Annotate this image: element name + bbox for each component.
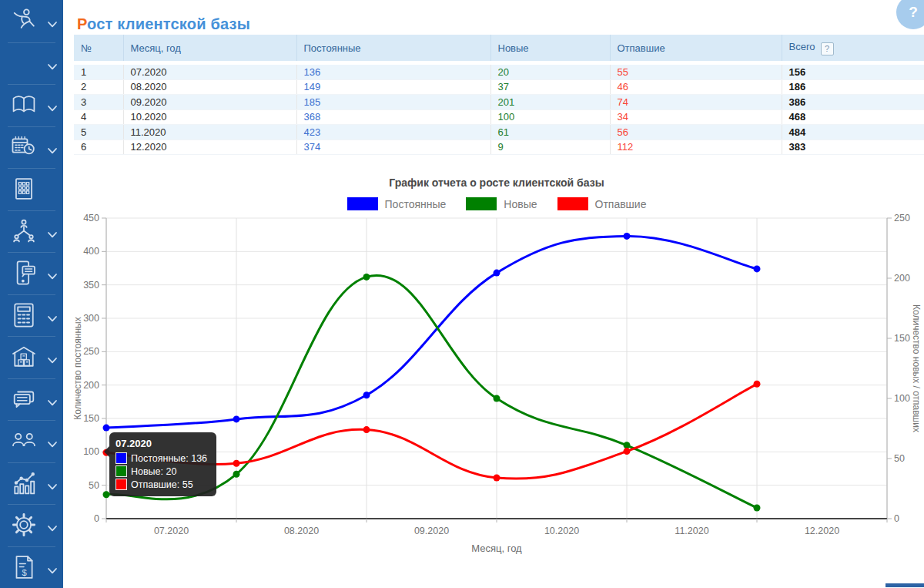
chevron-down-icon [47,270,58,277]
svg-text:0: 0 [894,513,899,524]
column-header-2: Постоянные [296,35,490,63]
data-point[interactable] [754,505,761,512]
cell-total: 484 [782,125,924,140]
sidebar-item-gear[interactable] [0,504,63,546]
svg-text:50: 50 [894,453,905,464]
chevron-down-icon [47,143,58,150]
data-point[interactable] [494,270,500,277]
data-point[interactable] [624,448,631,455]
total-help-icon[interactable]: ? [821,42,834,55]
svg-text:200: 200 [894,273,910,284]
cell-month: 10.2020 [123,109,296,125]
y-axis-title-left: Количество постоянных [72,317,83,419]
data-point[interactable] [233,415,240,422]
legend-item[interactable]: Новые [466,197,537,210]
cell-month: 11.2020 [123,125,296,140]
svg-text:07.2020: 07.2020 [154,526,189,536]
chart-title: График отчета о росте клиентской базы [106,176,887,189]
chevron-down-icon [47,522,58,529]
data-point[interactable] [363,426,370,433]
table-row: 410.202036810034468 [74,109,924,125]
legend-item[interactable]: Отпавшие [557,197,647,210]
sidebar-item-warehouse[interactable] [0,336,63,378]
cell-total: 156 [782,63,924,80]
chevron-down-icon [47,395,58,402]
data-point[interactable] [363,274,370,281]
data-point[interactable] [754,265,761,272]
sidebar: $ [0,0,63,588]
data-point[interactable] [624,442,631,449]
invoice-icon: $ [9,553,38,582]
data-point[interactable] [103,425,110,432]
sidebar-item-stats-chart[interactable] [0,462,63,505]
column-header-0: № [74,35,123,63]
tooltip-swatch [116,452,127,464]
table-row: 208.20201493746186 [74,79,924,95]
warehouse-icon [9,342,38,371]
cell-lost: 56 [610,125,782,140]
data-point[interactable] [363,391,370,398]
sidebar-item-person-figure[interactable] [0,0,63,42]
cell-total: 383 [782,139,924,155]
chat-messages-icon [9,385,38,414]
cell-regular: 185 [296,95,490,110]
cell-month: 08.2020 [123,79,296,95]
cell-regular: 374 [296,139,490,155]
chart-legend: ПостоянныеНовыеОтпавшие [106,197,887,210]
sidebar-item-calendar-clock[interactable] [0,126,63,169]
horizontal-scrollbar-thumb[interactable] [886,583,924,587]
data-point[interactable] [754,381,761,388]
tooltip-swatch [116,479,127,490]
legend-item[interactable]: Постоянные [347,197,447,210]
cell-num: 4 [74,109,123,125]
cell-new: 20 [490,63,610,80]
cell-month: 09.2020 [123,95,296,110]
svg-text:12.2020: 12.2020 [805,526,839,536]
column-header-4: Отпавшие [610,35,782,63]
chevron-down-icon [47,354,58,361]
person-figure-icon [9,6,38,35]
sidebar-item-calculator[interactable] [0,294,63,337]
phone-chat-icon [9,258,38,287]
page-title-rest: ост клиентской базы [87,15,250,32]
data-point[interactable] [494,475,500,482]
legend-label: Новые [504,198,537,210]
svg-text:450: 450 [83,213,99,223]
data-point[interactable] [233,471,240,478]
cell-regular: 136 [296,63,490,80]
team-icon [9,426,38,455]
data-point[interactable] [233,460,240,467]
column-header-5: Всего? [782,35,924,63]
column-header-3: Новые [490,35,610,63]
help-button[interactable]: ? [896,0,924,29]
sidebar-item-phone-chat[interactable] [0,252,63,294]
cell-num: 5 [74,125,123,140]
chevron-down-icon [47,59,58,66]
tooltip-row-label: Новые: 20 [131,466,176,477]
sidebar-item-calendar-grid[interactable] [0,168,63,210]
data-point[interactable] [624,233,631,240]
svg-text:11.2020: 11.2020 [675,526,708,536]
chevron-down-icon [47,102,58,109]
cell-new: 100 [490,109,610,125]
cell-total: 468 [782,109,924,125]
sidebar-item-book[interactable] [0,84,63,126]
svg-text:100: 100 [894,393,910,404]
cell-new: 201 [490,95,610,110]
legend-swatch [466,197,497,210]
data-point[interactable] [494,395,500,402]
cell-lost: 112 [610,139,782,155]
chart-tooltip: 07.2020 Постоянные: 136Новые: 20Отпавшие… [109,432,216,496]
sidebar-item-chat-messages[interactable] [0,378,63,421]
page-title: Рост клиентской базы [77,15,250,33]
cell-new: 9 [490,139,610,155]
sidebar-item-invoice[interactable]: $ [0,546,63,588]
sidebar-item-team[interactable] [0,420,63,462]
svg-text:300: 300 [83,313,99,324]
blank-icon [9,49,38,78]
svg-text:350: 350 [83,280,99,291]
tooltip-title: 07.2020 [116,438,207,449]
sidebar-item-org-chart[interactable] [0,210,63,253]
cell-lost: 55 [610,63,782,80]
sidebar-item-blank[interactable] [0,42,63,85]
